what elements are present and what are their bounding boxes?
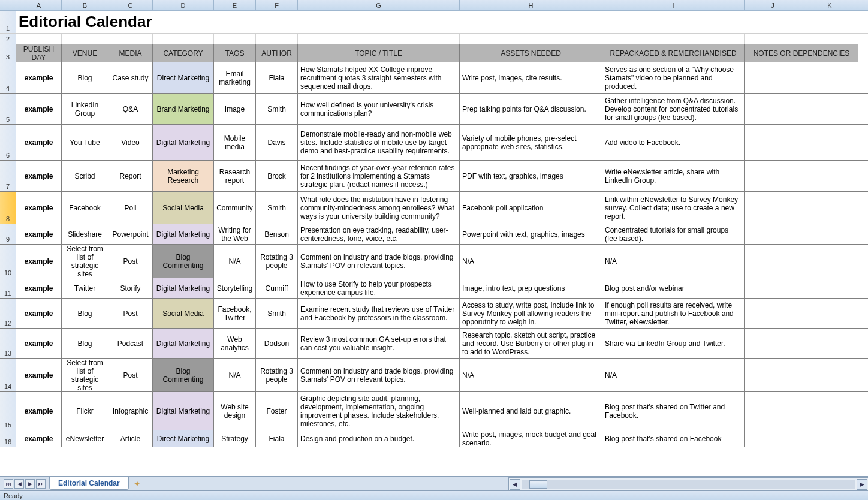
cell-category[interactable]: Social Media [153, 192, 214, 224]
cell[interactable] [801, 34, 858, 44]
cell-notes[interactable] [745, 359, 858, 391]
cell-topic[interactable]: Examine recent study that reviews use of… [298, 299, 460, 328]
cell-venue[interactable]: You Tube [62, 125, 108, 160]
cell-notes[interactable] [745, 192, 858, 224]
cell-tags[interactable]: Web site design [214, 392, 256, 430]
tab-nav-prev-icon[interactable]: ◀ [14, 479, 24, 489]
cell-media[interactable]: Storify [108, 278, 153, 298]
cell-media[interactable]: Post [108, 359, 153, 391]
hdr-media[interactable]: MEDIA [108, 44, 153, 62]
cell-topic[interactable]: How Stamats helped XX College improve re… [298, 62, 460, 93]
cell-media[interactable]: Report [108, 161, 153, 191]
cell[interactable] [460, 34, 602, 44]
col-header-J[interactable]: J [745, 0, 801, 10]
row-header-11[interactable]: 11 [0, 278, 16, 298]
tab-nav-next-icon[interactable]: ▶ [25, 479, 35, 489]
cell-assets[interactable]: Facebook poll application [460, 192, 602, 224]
row-header-6[interactable]: 6 [0, 125, 16, 160]
cell-venue[interactable]: Blog [62, 329, 108, 358]
cell-notes[interactable] [745, 245, 858, 278]
cell-notes[interactable] [745, 94, 858, 124]
page-title[interactable]: Editorial Calendar [16, 11, 868, 33]
new-sheet-icon[interactable]: ✦ [132, 479, 142, 489]
cell-author[interactable]: Rotating 3 people [256, 359, 298, 391]
col-header-A[interactable]: A [16, 0, 62, 10]
cell[interactable] [745, 34, 801, 44]
cell-topic[interactable]: Presentation on eye tracking, readabilit… [298, 224, 460, 244]
cell[interactable] [16, 34, 62, 44]
hdr-topic[interactable]: TOPIC / TITLE [298, 44, 460, 62]
cell-topic[interactable]: Comment on industry and trade blogs, pro… [298, 359, 460, 391]
cell-notes[interactable] [745, 224, 858, 244]
cell-topic[interactable]: Recent findings of year-over-year retent… [298, 161, 460, 191]
cell-venue[interactable]: Slideshare [62, 224, 108, 244]
cell-author[interactable]: Brock [256, 161, 298, 191]
cell-notes[interactable] [745, 125, 858, 160]
row-header-5[interactable]: 5 [0, 94, 16, 124]
cell-assets[interactable]: Image, intro text, prep questions [460, 278, 602, 298]
row-header-10[interactable]: 10 [0, 245, 16, 278]
cell-tags[interactable]: Storytelling [214, 278, 256, 298]
hdr-publish-day[interactable]: PUBLISH DAY [16, 44, 62, 62]
cell-media[interactable]: Video [108, 125, 153, 160]
cell-publish-day[interactable]: example [16, 245, 62, 278]
cell[interactable] [108, 34, 153, 44]
cell-topic[interactable]: Demonstrate mobile-ready and non-mobile … [298, 125, 460, 160]
cell-assets[interactable]: Research topic, sketch out script, pract… [460, 329, 602, 358]
cell[interactable] [62, 34, 108, 44]
cell-topic[interactable]: Review 3 most common GA set-up errors th… [298, 329, 460, 358]
cell-tags[interactable]: Writing for the Web [214, 224, 256, 244]
cell-publish-day[interactable]: example [16, 359, 62, 391]
cell-topic[interactable]: What role does the institution have in f… [298, 192, 460, 224]
col-header-D[interactable]: D [153, 0, 214, 10]
cell-tags[interactable]: N/A [214, 245, 256, 278]
cell-assets[interactable]: N/A [460, 245, 602, 278]
cell-repackaged[interactable]: N/A [602, 359, 745, 391]
cell-notes[interactable] [745, 329, 858, 358]
cell-tags[interactable]: Web analytics [214, 329, 256, 358]
cell-notes[interactable] [745, 392, 858, 430]
cell-publish-day[interactable]: example [16, 192, 62, 224]
sheet-grid[interactable]: 1 Editorial Calendar 2 3 PUBLISH DAY VEN… [0, 11, 868, 476]
cell-publish-day[interactable]: example [16, 392, 62, 430]
col-header-K[interactable]: K [801, 0, 858, 10]
cell-tags[interactable]: Image [214, 94, 256, 124]
scroll-track[interactable] [522, 480, 855, 489]
select-all-corner[interactable] [0, 0, 16, 10]
col-header-C[interactable]: C [108, 0, 153, 10]
cell-author[interactable]: Fiala [256, 430, 298, 447]
cell-category[interactable]: Direct Marketing [153, 430, 214, 447]
row-header-2[interactable]: 2 [0, 34, 16, 44]
cell-repackaged[interactable]: Link within eNewsletter to Survey Monkey… [602, 192, 745, 224]
cell-venue[interactable]: Select from list of strategic sites [62, 359, 108, 391]
cell-assets[interactable]: Well-planned and laid out graphic. [460, 392, 602, 430]
cell-media[interactable]: Poll [108, 192, 153, 224]
cell-repackaged[interactable]: Blog post and/or webinar [602, 278, 745, 298]
cell-repackaged[interactable]: Blog post that's shared on Twitter and F… [602, 392, 745, 430]
cell-tags[interactable]: N/A [214, 359, 256, 391]
cell-venue[interactable]: eNewsletter [62, 430, 108, 447]
hdr-tags[interactable]: TAGS [214, 44, 256, 62]
hdr-repackaged[interactable]: REPACKAGED & REMERCHANDISED [602, 44, 745, 62]
cell[interactable] [256, 34, 298, 44]
cell-author[interactable]: Smith [256, 299, 298, 328]
col-header-H[interactable]: H [460, 0, 602, 10]
row-header-14[interactable]: 14 [0, 359, 16, 391]
cell-publish-day[interactable]: example [16, 224, 62, 244]
cell-media[interactable]: Case study [108, 62, 153, 93]
col-header-I[interactable]: I [602, 0, 745, 10]
cell-category[interactable]: Digital Marketing [153, 329, 214, 358]
cell-category[interactable]: Blog Commenting [153, 245, 214, 278]
row-header-4[interactable]: 4 [0, 62, 16, 93]
cell-tags[interactable]: Strategy [214, 430, 256, 447]
cell-author[interactable]: Foster [256, 392, 298, 430]
cell-category[interactable]: Blog Commenting [153, 359, 214, 391]
cell-repackaged[interactable]: Gather intelligence from Q&A discussion.… [602, 94, 745, 124]
cell-repackaged[interactable]: If enough poll results are received, wri… [602, 299, 745, 328]
cell-tags[interactable]: Community [214, 192, 256, 224]
cell-author[interactable]: Fiala [256, 62, 298, 93]
cell-notes[interactable] [745, 299, 858, 328]
cell-notes[interactable] [745, 161, 858, 191]
col-header-E[interactable]: E [214, 0, 256, 10]
cell-publish-day[interactable]: example [16, 430, 62, 447]
